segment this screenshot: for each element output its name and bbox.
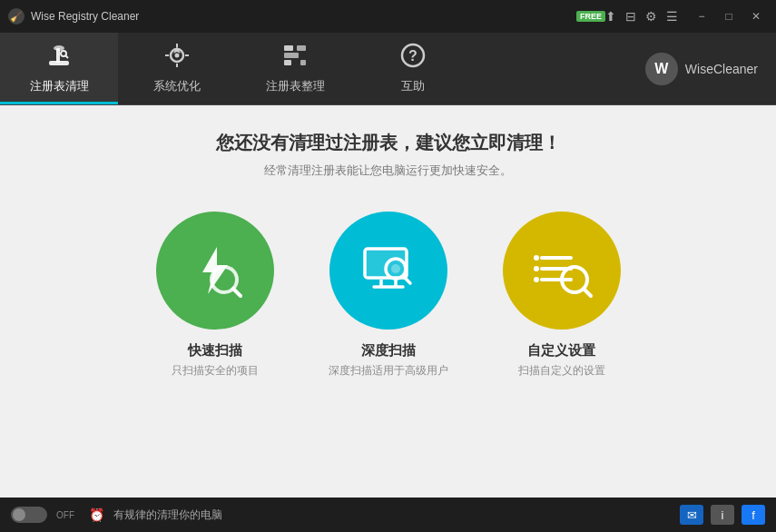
- system-optimize-icon: [162, 41, 192, 74]
- svg-rect-13: [284, 45, 293, 51]
- custom-scan-desc: 扫描自定义的设置: [518, 363, 605, 379]
- statusbar: OFF ⏰ 有规律的清理你的电脑 ✉ i f: [0, 498, 776, 532]
- quick-scan-item[interactable]: 快速扫描 只扫描安全的项目: [156, 212, 274, 379]
- title-bar: 🧹 Wise Registry Cleaner FREE ⬆ ⊟ ⚙ ☰ − □…: [0, 0, 776, 33]
- tab-registry-clean-label: 注册表清理: [30, 78, 89, 94]
- custom-scan-item[interactable]: 自定义设置 扫描自定义的设置: [503, 212, 621, 379]
- close-button[interactable]: ✕: [743, 6, 769, 26]
- svg-point-35: [534, 266, 539, 271]
- status-text: 有规律的清理你的电脑: [113, 507, 222, 523]
- toggle-label: OFF: [56, 510, 74, 520]
- clock-icon: ⏰: [89, 507, 104, 522]
- quick-scan-name: 快速扫描: [188, 342, 242, 360]
- logo-circle: W: [645, 53, 678, 85]
- quick-scan-desc: 只扫描安全的项目: [172, 363, 259, 379]
- registry-defrag-icon: [280, 41, 309, 74]
- tab-system-optimize[interactable]: 系统优化: [118, 33, 236, 104]
- mail-button[interactable]: ✉: [680, 505, 703, 525]
- tab-help[interactable]: ? 互助: [354, 33, 472, 104]
- title-icons: ⬆ ⊟ ⚙ ☰: [605, 9, 678, 24]
- svg-point-34: [534, 255, 539, 261]
- deep-scan-name: 深度扫描: [361, 342, 416, 360]
- scan-options: 快速扫描 只扫描安全的项目 深度扫描 深度扫描适: [156, 212, 621, 379]
- svg-rect-16: [297, 45, 306, 51]
- tab-help-label: 互助: [401, 78, 425, 94]
- schedule-toggle[interactable]: [11, 507, 47, 523]
- logo-text: WiseCleaner: [685, 62, 758, 76]
- gear-icon[interactable]: ⚙: [645, 9, 657, 24]
- svg-text:🧹: 🧹: [10, 10, 23, 23]
- main-subtitle: 经常清理注册表能让您电脑运行更加快速安全。: [264, 163, 512, 179]
- minimize-button[interactable]: −: [689, 6, 714, 26]
- deep-scan-item[interactable]: 深度扫描 深度扫描适用于高级用户: [329, 212, 448, 379]
- deep-scan-desc: 深度扫描适用于高级用户: [329, 363, 448, 379]
- navbar: 注册表清理 系统优化: [0, 33, 776, 105]
- svg-rect-17: [300, 60, 306, 65]
- status-actions: ✉ i f: [680, 505, 765, 525]
- svg-point-36: [534, 277, 539, 282]
- svg-rect-15: [284, 60, 291, 65]
- help-icon: ?: [398, 41, 427, 74]
- upload-icon[interactable]: ⬆: [605, 9, 616, 24]
- logo-area: W WiseCleaner: [645, 33, 776, 104]
- tab-registry-defrag[interactable]: 注册表整理: [236, 33, 354, 104]
- svg-line-38: [584, 289, 591, 296]
- app-icon: 🧹: [7, 7, 25, 25]
- quick-scan-circle[interactable]: [156, 212, 274, 330]
- svg-text:?: ?: [408, 48, 417, 64]
- menu-icon[interactable]: ☰: [666, 9, 678, 24]
- tab-registry-defrag-label: 注册表整理: [266, 78, 325, 94]
- custom-scan-name: 自定义设置: [527, 342, 595, 360]
- svg-point-30: [391, 264, 400, 273]
- custom-scan-circle[interactable]: [503, 212, 621, 330]
- window-controls: − □ ✕: [689, 6, 769, 26]
- info-button[interactable]: i: [711, 505, 734, 525]
- registry-clean-icon: [44, 41, 74, 74]
- maximize-button[interactable]: □: [716, 6, 742, 26]
- tab-registry-clean[interactable]: 注册表清理: [0, 33, 118, 104]
- main-title: 您还没有清理过注册表，建议您立即清理！: [216, 131, 561, 155]
- svg-line-22: [233, 289, 241, 296]
- tab-system-optimize-label: 系统优化: [153, 78, 201, 94]
- main-content: 您还没有清理过注册表，建议您立即清理！ 经常清理注册表能让您电脑运行更加快速安全…: [0, 105, 776, 498]
- svg-point-8: [175, 53, 180, 57]
- svg-rect-14: [284, 53, 299, 58]
- version-badge: FREE: [576, 11, 605, 22]
- toggle-knob: [13, 508, 25, 521]
- svg-line-6: [65, 55, 68, 58]
- app-title: Wise Registry Cleaner: [31, 10, 569, 23]
- deep-scan-circle[interactable]: [329, 212, 447, 330]
- logo-letter: W: [654, 61, 668, 77]
- minus-icon[interactable]: ⊟: [625, 9, 636, 24]
- facebook-button[interactable]: f: [742, 505, 765, 525]
